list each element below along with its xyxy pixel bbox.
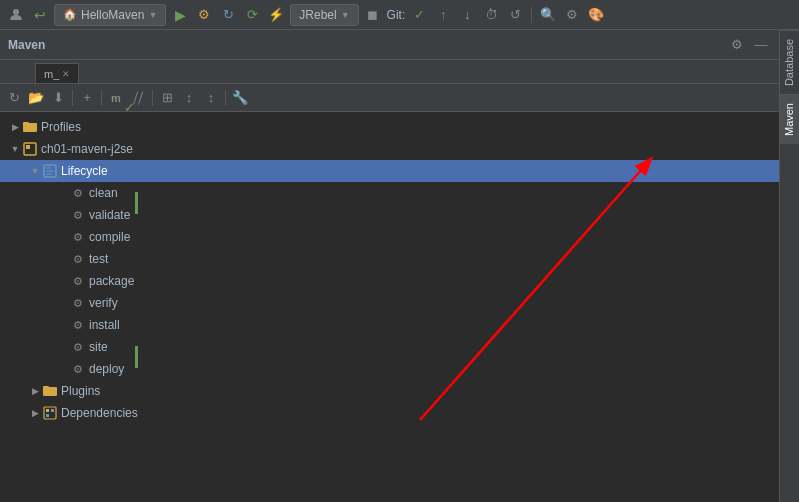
verify-label: verify [89,296,118,310]
tree-item-package[interactable]: ⚙ package [0,270,779,292]
svg-rect-7 [43,386,49,389]
dependencies-label: Dependencies [61,406,138,420]
package-spacer [56,274,70,288]
lifecycle-label: Lifecycle [61,164,108,178]
tree-item-verify[interactable]: ⚙ verify [0,292,779,314]
ch01-label: ch01-maven-j2se [41,142,133,156]
test-gear-icon: ⚙ [70,251,86,267]
package-gear-icon: ⚙ [70,273,86,289]
site-label: site [89,340,108,354]
maven-header: Maven ⚙ — [0,30,779,60]
git-arrow-down-icon[interactable]: ↓ [457,5,477,25]
ch01-arrow-icon: ▼ [8,142,22,156]
profiles-folder-icon [22,119,38,135]
install-spacer [56,318,70,332]
svg-rect-4 [26,145,30,149]
jrebel-dropdown[interactable]: JRebel ▼ [290,4,358,26]
tree-item-dependencies[interactable]: ▶ Dependencies [0,402,779,424]
settings-icon[interactable]: ⚙ [562,5,582,25]
sep-t3 [152,90,153,106]
green-line-1 [135,192,138,214]
git-check-icon[interactable]: ✓ [409,5,429,25]
maven-toolbar-run[interactable]: m [106,88,126,108]
svg-rect-10 [51,409,54,412]
settings-header-icon[interactable]: ⚙ [727,35,747,55]
maven-toolbar-expand[interactable]: ↕ [179,88,199,108]
tree-item-test[interactable]: ⚙ test [0,248,779,270]
maven-header-icons: ⚙ — [727,35,771,55]
deploy-gear-icon: ⚙ [70,361,86,377]
git-undo-icon[interactable]: ↺ [505,5,525,25]
tree-item-validate[interactable]: ⚙ validate [0,204,779,226]
site-spacer [56,340,70,354]
maven-toolbar-refresh[interactable]: ↻ [4,88,24,108]
validate-gear-icon: ⚙ [70,207,86,223]
install-label: install [89,318,120,332]
plugins-arrow-icon: ▶ [28,384,42,398]
maven-toolbar-toggle[interactable]: ⊞ [157,88,177,108]
reload-icon[interactable]: ⚡ [266,5,286,25]
green-line-2 [135,346,138,368]
verify-gear-icon: ⚙ [70,295,86,311]
install-gear-icon: ⚙ [70,317,86,333]
lifecycle-icon [42,163,58,179]
mg-tab[interactable]: m_ ✕ [35,63,79,83]
mg-tab-close-icon[interactable]: ✕ [62,69,70,79]
tree-item-ch01[interactable]: ▼ ch01-maven-j2se [0,138,779,160]
build-icon[interactable]: ⚙ [194,5,214,25]
maven-tab-label: Maven [783,103,795,136]
tree-item-profiles[interactable]: ▶ Profiles [0,116,779,138]
jrebel-label: JRebel [299,8,336,22]
project-dropdown[interactable]: 🏠 HelloMaven ▼ [54,4,166,26]
git-arrow-up-icon[interactable]: ↑ [433,5,453,25]
maven-tree[interactable]: ▶ Profiles ▼ ch01-mave [0,112,779,502]
profiles-arrow-icon: ▶ [8,120,22,134]
tree-item-deploy[interactable]: ⚙ deploy [0,358,779,380]
tree-item-lifecycle[interactable]: ▼ Lifecycle [0,160,779,182]
clean-spacer [56,186,70,200]
maven-toolbar-settings[interactable]: 🔧 [230,88,250,108]
sep-t2 [101,90,102,106]
search-icon[interactable]: 🔍 [538,5,558,25]
rerun-icon[interactable]: ⟳ [242,5,262,25]
dependencies-arrow-icon: ▶ [28,406,42,420]
dependencies-icon [42,405,58,421]
svg-rect-11 [46,414,49,417]
svg-point-0 [13,9,19,15]
back-icon[interactable]: ↩ [30,5,50,25]
clean-label: clean [89,186,118,200]
run-icon[interactable]: ▶ [170,5,190,25]
project-name: HelloMaven [81,8,144,22]
tree-item-plugins[interactable]: ▶ Plugins [0,380,779,402]
maven-toolbar: ↻ 📂 ⬇ + m ⧸⧸ ⊞ ↕ ↕ 🔧 [0,84,779,112]
deploy-spacer [56,362,70,376]
svg-rect-9 [46,409,49,412]
site-gear-icon: ⚙ [70,339,86,355]
sep1 [531,7,532,23]
maven-toolbar-collapse[interactable]: ↕ [201,88,221,108]
theme-icon[interactable]: 🎨 [586,5,606,25]
test-label: test [89,252,108,266]
refresh-icon[interactable]: ↻ [218,5,238,25]
main-layout: Maven ⚙ — m_ ✕ ✓ ↻ 📂 ⬇ + m ⧸⧸ ⊞ [0,30,799,502]
tree-item-clean[interactable]: ⚙ clean [0,182,779,204]
tree-item-install[interactable]: ⚙ install [0,314,779,336]
plugins-folder-icon [42,383,58,399]
maven-toolbar-add[interactable]: + [77,88,97,108]
git-history-icon[interactable]: ⏱ [481,5,501,25]
maven-toolbar-download[interactable]: ⬇ [48,88,68,108]
validate-spacer [56,208,70,222]
lifecycle-arrow-icon: ▼ [28,164,42,178]
user-icon[interactable] [6,5,26,25]
database-tab[interactable]: Database [780,30,799,94]
tree-item-compile[interactable]: ⚙ compile [0,226,779,248]
plugins-label: Plugins [61,384,100,398]
test-spacer [56,252,70,266]
tree-item-site[interactable]: ⚙ site [0,336,779,358]
maven-title: Maven [8,38,45,52]
stop-icon[interactable]: ◼ [363,5,383,25]
sep-t4 [225,90,226,106]
maven-toolbar-import[interactable]: 📂 [26,88,46,108]
minimize-icon[interactable]: — [751,35,771,55]
maven-tab[interactable]: Maven [780,94,799,144]
